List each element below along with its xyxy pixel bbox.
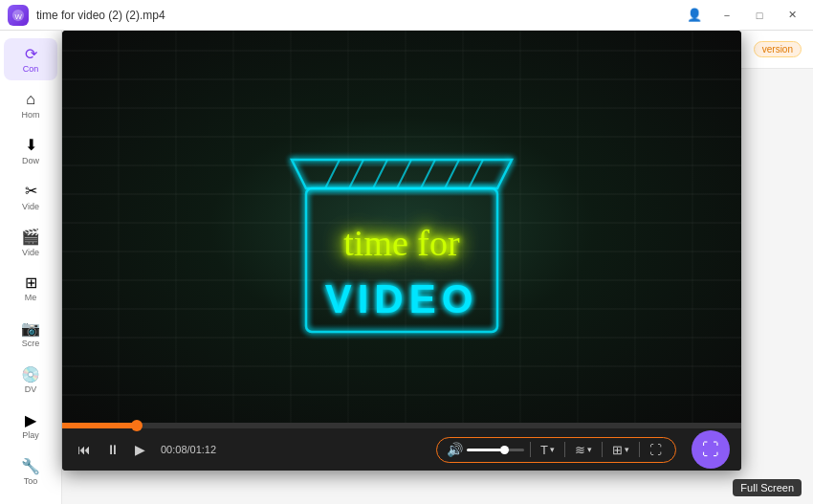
- sidebar-item-convert[interactable]: ⟳ Con: [4, 38, 57, 80]
- video-edit-icon: ✂: [21, 182, 40, 201]
- svg-text:time for: time for: [343, 223, 460, 263]
- video-area: time for VIDEO: [62, 31, 741, 423]
- window-minimize-btn[interactable]: −: [714, 6, 740, 25]
- progress-bar[interactable]: [62, 423, 741, 428]
- sidebar-item-merge[interactable]: ⊞ Me: [4, 267, 57, 309]
- popup-title: time for video (2) (2).mp4: [36, 9, 681, 22]
- sidebar-item-merge-label: Me: [25, 294, 37, 303]
- main-content: version: [62, 31, 813, 504]
- controls-bar: ⏮ ⏸ ▶ 00:08/01:12 🔊 T ▾: [62, 428, 741, 471]
- clapboard-svg: time for VIDEO: [268, 102, 536, 351]
- sidebar-item-play[interactable]: ▶ Play: [4, 405, 57, 447]
- upgrade-badge[interactable]: version: [754, 41, 802, 57]
- volume-icon: 🔊: [447, 442, 463, 457]
- screen-icon: 📷: [21, 318, 40, 338]
- text-chevron: ▾: [550, 445, 555, 454]
- video-tools-icon: 🎬: [21, 228, 40, 247]
- merge-icon: ⊞: [21, 273, 40, 292]
- pause-button[interactable]: ⏸: [102, 438, 123, 461]
- popup-title-bar: W time for video (2) (2).mp4 👤 − □ ✕: [0, 0, 813, 31]
- window-restore-btn[interactable]: □: [746, 6, 773, 25]
- image-chevron: ▾: [625, 445, 629, 454]
- dvd-icon: 💿: [21, 364, 40, 383]
- volume-slider[interactable]: [467, 449, 524, 451]
- tools-icon: 🔧: [21, 456, 40, 475]
- sidebar-item-convert-label: Con: [23, 65, 39, 75]
- app-icon: W: [8, 5, 29, 26]
- svg-line-4: [325, 160, 340, 188]
- app-window: ⟳ Con ⌂ Hom ⬇ Dow ✂ Vide 🎬 Vide ⊞ Me 📷 S…: [0, 31, 813, 504]
- text-icon: T: [540, 443, 548, 457]
- next-button[interactable]: ▶: [131, 438, 149, 461]
- play-icon: ▶: [21, 410, 40, 429]
- sidebar-bottom: ? ⚙: [4, 496, 57, 504]
- home-icon: ⌂: [21, 90, 40, 109]
- image-button[interactable]: ⊞ ▾: [608, 441, 633, 459]
- sidebar: ⟳ Con ⌂ Hom ⬇ Dow ✂ Vide 🎬 Vide ⊞ Me 📷 S…: [0, 31, 62, 504]
- fullscreen-tooltip: Full Screen: [733, 479, 802, 496]
- window-close-btn[interactable]: ✕: [779, 6, 805, 25]
- svg-line-9: [445, 160, 459, 188]
- svg-text:W: W: [15, 11, 23, 20]
- sidebar-item-video-tools-label: Vide: [22, 249, 39, 258]
- user-btn[interactable]: 👤: [681, 6, 708, 25]
- divider-2: [564, 442, 565, 457]
- controls-right-group: 🔊 T ▾ ≋ ▾: [436, 437, 676, 463]
- waveform-icon: ≋: [575, 443, 585, 457]
- svg-line-5: [349, 160, 363, 188]
- image-icon: ⊞: [612, 443, 623, 457]
- fullscreen-icon-button[interactable]: ⛶: [646, 441, 666, 459]
- sidebar-item-video-edit[interactable]: ✂ Vide: [4, 176, 57, 218]
- sidebar-item-video-edit-label: Vide: [22, 203, 39, 212]
- sidebar-item-tools[interactable]: 🔧 Too: [4, 450, 57, 493]
- divider-4: [639, 442, 640, 457]
- progress-fill: [62, 423, 137, 428]
- prev-button[interactable]: ⏮: [74, 438, 95, 461]
- video-background: time for VIDEO: [62, 31, 741, 423]
- sidebar-item-download[interactable]: ⬇ Dow: [4, 130, 57, 172]
- svg-marker-3: [292, 160, 512, 188]
- sidebar-item-screen[interactable]: 📷 Scre: [4, 313, 57, 355]
- svg-line-8: [421, 160, 435, 188]
- text-button[interactable]: T ▾: [537, 441, 559, 459]
- title-bar-controls: 👤 − □ ✕: [681, 6, 805, 25]
- svg-text:VIDEO: VIDEO: [325, 276, 479, 321]
- volume-handle: [500, 446, 509, 454]
- progress-handle: [131, 420, 143, 431]
- sidebar-item-home[interactable]: ⌂ Hom: [4, 84, 57, 126]
- waveform-button[interactable]: ≋ ▾: [571, 441, 596, 459]
- sidebar-item-download-label: Dow: [22, 157, 39, 166]
- time-display: 00:08/01:12: [161, 444, 216, 455]
- tooltip-text: Full Screen: [740, 482, 794, 493]
- fullscreen-icon: ⛶: [649, 443, 662, 457]
- video-popup: time for VIDEO ⏮ ⏸ ▶ 00:08/01:12: [62, 31, 741, 471]
- svg-line-10: [469, 160, 483, 188]
- svg-line-7: [397, 160, 411, 188]
- sidebar-item-help[interactable]: ?: [4, 496, 57, 504]
- sidebar-item-play-label: Play: [22, 431, 39, 441]
- divider-3: [602, 442, 603, 457]
- download-icon: ⬇: [21, 136, 40, 155]
- sidebar-item-home-label: Hom: [21, 111, 39, 121]
- sidebar-item-dvd-label: DV: [25, 385, 37, 395]
- fullscreen-round-button[interactable]: ⛶: [692, 430, 730, 469]
- svg-line-6: [373, 160, 387, 188]
- convert-icon: ⟳: [21, 44, 40, 63]
- sidebar-item-screen-label: Scre: [22, 340, 40, 349]
- divider-1: [530, 442, 531, 457]
- sidebar-item-dvd[interactable]: 💿 DV: [4, 359, 57, 401]
- waveform-chevron: ▾: [587, 445, 592, 454]
- sidebar-item-tools-label: Too: [24, 477, 38, 487]
- sidebar-item-video-tools[interactable]: 🎬 Vide: [4, 222, 57, 264]
